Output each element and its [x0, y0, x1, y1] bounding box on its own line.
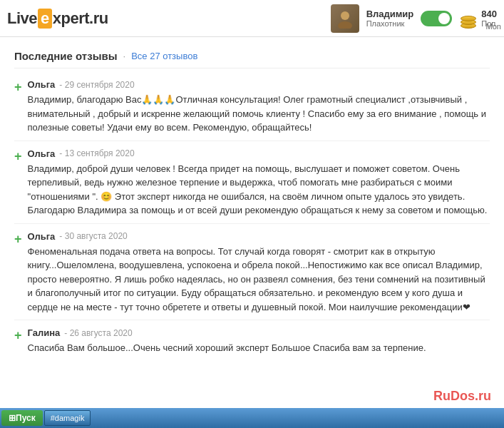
start-button[interactable]: ⊞ Пуск	[1, 410, 43, 426]
review-plus-icon: +	[14, 233, 22, 315]
toggle-switch[interactable]	[421, 11, 452, 26]
review-body: Ольга - 29 сентября 2020 Владимир, благо…	[28, 79, 490, 135]
watermark: RuDos.ru	[428, 386, 497, 407]
svg-point-0	[341, 11, 349, 20]
reviews-all-link[interactable]: Все 27 отзывов	[131, 51, 197, 61]
review-author-line: Ольга - 29 сентября 2020	[28, 79, 490, 90]
review-author: Галина	[28, 327, 61, 338]
review-body: Ольга - 13 сентября 2020 Владимир, добро…	[28, 148, 490, 218]
review-plus-icon: +	[14, 150, 22, 218]
coins-amount: 840	[481, 9, 497, 19]
avatar	[331, 4, 359, 33]
review-text: Владимир, доброй души человек ! Всегда п…	[28, 162, 490, 218]
avatar-icon	[335, 9, 355, 29]
review-body: Ольга - 30 августа 2020 Феноменальная по…	[28, 231, 490, 315]
review-author-line: Ольга - 30 августа 2020	[28, 231, 490, 242]
reviews-title: Последние отзывы	[14, 50, 118, 62]
user-info: Владимир Плахотник	[366, 9, 414, 28]
review-text: Феноменальная подача ответа на вопросы. …	[28, 245, 490, 315]
logo-e: e	[38, 9, 52, 29]
header: Liveexpert.ru Владимир Плахотник	[0, 0, 504, 37]
review-author-line: Ольга - 13 сентября 2020	[28, 148, 490, 159]
watermark-text: RuDos	[433, 389, 475, 403]
review-date: - 30 августа 2020	[59, 231, 127, 241]
review-date: - 26 августа 2020	[64, 328, 132, 338]
review-body: Галина - 26 августа 2020 Спасиба Вам бол…	[28, 327, 490, 355]
coins-icon	[459, 9, 479, 29]
list-item: + Ольга - 13 сентября 2020 Владимир, доб…	[14, 141, 490, 224]
review-date: - 29 сентября 2020	[59, 80, 134, 90]
review-plus-icon: +	[14, 329, 22, 355]
list-item: + Ольга - 30 августа 2020 Феноменальная …	[14, 224, 490, 321]
user-surname: Плахотник	[366, 19, 414, 28]
list-item: + Ольга - 29 сентября 2020 Владимир, бла…	[14, 72, 490, 141]
logo-xpert: xpert	[53, 9, 89, 28]
review-plus-icon: +	[14, 81, 22, 135]
logo-ru: .ru	[89, 9, 108, 28]
reviews-section: Последние отзывы · Все 27 отзывов + Ольг…	[0, 37, 504, 362]
logo-live: Live	[7, 9, 37, 28]
taskbar-task-button[interactable]: #damagik	[44, 410, 91, 426]
review-text: Владимир, благодарю Вас🙏🙏🙏Отличная консу…	[28, 93, 490, 135]
bottom-taskbar: ⊞ Пуск #damagik	[0, 408, 504, 428]
header-right: Владимир Плахотник 840 Поп	[331, 4, 497, 33]
watermark-suffix: .ru	[475, 389, 491, 403]
reviews-separator: ·	[123, 51, 126, 61]
review-author: Ольга	[28, 231, 56, 242]
review-text: Спасиба Вам большое...Очень чесний хорош…	[28, 341, 490, 355]
main-content: Последние отзывы · Все 27 отзывов + Ольг…	[0, 37, 504, 362]
review-author: Ольга	[28, 79, 56, 90]
review-author-line: Галина - 26 августа 2020	[28, 327, 490, 338]
svg-point-1	[338, 21, 352, 29]
logo[interactable]: Liveexpert.ru	[7, 9, 108, 29]
review-date: - 13 сентября 2020	[59, 148, 134, 158]
mon-label: Mon	[486, 22, 501, 31]
list-item: + Галина - 26 августа 2020 Спасиба Вам б…	[14, 320, 490, 355]
reviews-header: Последние отзывы · Все 27 отзывов	[14, 44, 490, 68]
review-author: Ольга	[28, 148, 56, 159]
user-name: Владимир	[366, 9, 414, 19]
